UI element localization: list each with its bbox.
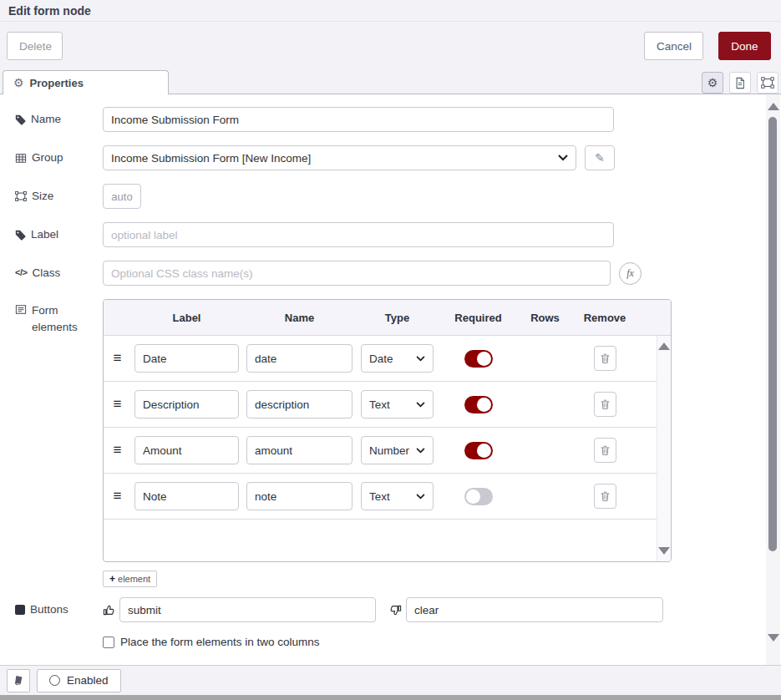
gear-icon: ⚙ xyxy=(13,77,24,89)
remove-element-button[interactable] xyxy=(594,392,616,417)
elements-table: Label Name Type Required Rows Remove ≡ D… xyxy=(103,299,672,562)
element-label-input[interactable] xyxy=(134,390,239,418)
action-bar: Delete Cancel Done xyxy=(0,22,781,70)
header-type: Type xyxy=(357,312,438,324)
optional-label-input[interactable] xyxy=(103,222,614,247)
enabled-toggle-button[interactable]: Enabled xyxy=(37,669,121,692)
element-label-input[interactable] xyxy=(134,482,239,510)
clear-button-input[interactable] xyxy=(406,597,663,622)
two-columns-row: Place the form elements in two columns xyxy=(103,636,748,648)
two-columns-label[interactable]: Place the form elements in two columns xyxy=(120,636,320,648)
main-scroll-thumb[interactable] xyxy=(768,117,777,551)
elements-table-body: ≡ Date ≡ xyxy=(104,336,671,561)
chevron-down-icon xyxy=(416,494,425,500)
element-name-input[interactable] xyxy=(246,482,352,510)
thumbs-down-icon xyxy=(389,604,402,616)
group-row: Group Income Submission Form [New Income… xyxy=(15,145,748,170)
element-required-toggle[interactable] xyxy=(464,442,493,459)
form-elements-label: Form elements xyxy=(32,302,97,335)
element-name-input[interactable] xyxy=(246,344,352,373)
cancel-button[interactable]: Cancel xyxy=(644,32,703,60)
size-label: Size xyxy=(32,188,53,205)
drag-handle-icon[interactable]: ≡ xyxy=(104,442,131,459)
scroll-up-arrow[interactable] xyxy=(658,342,670,350)
size-icon xyxy=(15,190,27,202)
drag-handle-icon[interactable]: ≡ xyxy=(104,488,131,505)
element-row: ≡ Text xyxy=(104,474,671,520)
done-button[interactable]: Done xyxy=(718,32,771,60)
table-grid-icon xyxy=(15,153,27,164)
square-icon xyxy=(15,605,25,615)
element-name-input[interactable] xyxy=(246,390,352,418)
properties-gear-button[interactable]: ⚙ xyxy=(702,72,723,94)
footer-bar: Enabled xyxy=(0,665,781,695)
header-required: Required xyxy=(438,312,519,324)
document-icon xyxy=(734,77,746,89)
scroll-down-arrow[interactable] xyxy=(658,547,670,555)
trash-icon xyxy=(600,398,611,411)
header-label: Label xyxy=(131,312,242,324)
node-help-button[interactable] xyxy=(7,669,30,692)
main-scroll-down-arrow[interactable] xyxy=(768,634,779,642)
element-type-select[interactable]: Date xyxy=(361,344,434,373)
tab-properties[interactable]: ⚙ Properties xyxy=(3,70,169,94)
tab-icon-buttons: ⚙ xyxy=(702,72,778,94)
name-row: Name xyxy=(15,107,748,132)
name-input[interactable] xyxy=(103,107,614,132)
window-bottom-edge xyxy=(0,695,781,700)
elements-table-header: Label Name Type Required Rows Remove xyxy=(104,300,671,336)
element-row: ≡ Text xyxy=(104,382,671,428)
add-element-button[interactable]: + element xyxy=(103,571,157,587)
element-required-toggle[interactable] xyxy=(464,350,493,368)
plus-icon: + xyxy=(109,573,115,585)
tag-icon xyxy=(15,230,26,241)
group-select[interactable]: Income Submission Form [New Income] xyxy=(103,145,576,170)
group-label: Group xyxy=(32,150,63,166)
main-scroll-up-arrow[interactable] xyxy=(768,103,779,110)
pencil-icon: ✎ xyxy=(595,151,605,165)
element-row: ≡ Date xyxy=(104,336,671,382)
element-type-value: Text xyxy=(369,490,416,503)
tag-icon xyxy=(15,114,26,125)
two-columns-checkbox[interactable] xyxy=(103,637,114,648)
fx-expression-button[interactable]: fx xyxy=(619,262,642,285)
dialog-titlebar: Edit form node xyxy=(0,0,781,22)
class-input[interactable] xyxy=(103,261,611,286)
element-type-value: Date xyxy=(369,353,416,365)
elements-table-scrollbar[interactable] xyxy=(657,336,671,561)
class-row: </> Class fx xyxy=(15,261,748,286)
element-name-input[interactable] xyxy=(246,436,352,464)
buttons-row: Buttons xyxy=(15,597,748,622)
add-element-label: element xyxy=(118,574,150,584)
element-type-select[interactable]: Number xyxy=(361,436,434,464)
description-button[interactable] xyxy=(729,72,751,94)
object-group-icon xyxy=(761,76,774,89)
class-label: Class xyxy=(32,265,60,282)
remove-element-button[interactable] xyxy=(594,346,616,371)
remove-element-button[interactable] xyxy=(594,438,616,463)
submit-button-input[interactable] xyxy=(119,597,376,622)
remove-element-button[interactable] xyxy=(594,484,616,509)
element-type-select[interactable]: Text xyxy=(361,482,434,510)
book-icon xyxy=(13,675,24,687)
delete-button[interactable]: Delete xyxy=(7,32,63,60)
element-required-toggle[interactable] xyxy=(464,488,493,505)
drag-handle-icon[interactable]: ≡ xyxy=(104,396,131,413)
appearance-button[interactable] xyxy=(757,72,778,94)
header-rows: Rows xyxy=(519,312,571,324)
header-remove: Remove xyxy=(571,312,638,324)
element-label-input[interactable] xyxy=(134,436,239,464)
enabled-status-icon xyxy=(49,675,60,686)
main-scrollbar[interactable] xyxy=(766,94,780,665)
edit-group-button[interactable]: ✎ xyxy=(585,145,615,170)
drag-handle-icon[interactable]: ≡ xyxy=(104,350,131,367)
properties-panel: Name Group Income Submission Form [New I… xyxy=(0,94,781,665)
element-label-input[interactable] xyxy=(134,344,239,373)
element-required-toggle[interactable] xyxy=(464,396,493,413)
element-type-select[interactable]: Text xyxy=(361,390,434,418)
size-row: Size auto xyxy=(15,184,748,209)
size-auto-button[interactable]: auto xyxy=(103,184,141,209)
trash-icon xyxy=(600,353,611,365)
list-icon xyxy=(15,302,27,315)
chevron-down-icon xyxy=(416,448,425,454)
